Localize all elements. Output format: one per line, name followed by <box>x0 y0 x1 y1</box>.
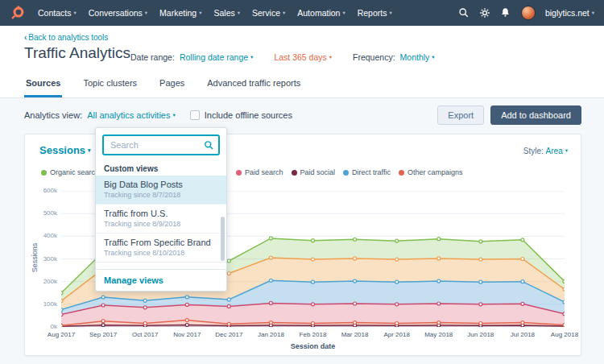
x-axis-title: Session date <box>61 342 565 350</box>
nav-item-reports[interactable]: Reports▾ <box>358 8 392 18</box>
x-axis-tick: Aug 2018 <box>544 331 585 338</box>
page-title: Traffic Analytics <box>24 44 130 62</box>
date-range-label: Date range: <box>130 52 175 62</box>
x-axis: Aug 2017Sep 2017Oct 2017Nov 2017Dec 2017… <box>25 331 582 341</box>
chevron-down-icon: ▾ <box>172 112 175 118</box>
chevron-down-icon: ▾ <box>88 147 91 153</box>
legend-item-paid-search[interactable]: Paid search <box>236 168 283 176</box>
custom-view-title: Traffic From Specific Brand <box>104 238 218 247</box>
back-link[interactable]: ‹Back to analytics tools <box>24 33 108 42</box>
frequency-dropdown[interactable]: Monthly▾ <box>400 52 435 62</box>
frequency-label: Frequency: <box>353 52 395 62</box>
chevron-down-icon: ▾ <box>199 10 201 15</box>
x-axis-tick: Oct 2017 <box>125 331 165 338</box>
custom-view-title: Big Data Blog Posts <box>104 180 218 189</box>
custom-view-title: Traffic from U.S. <box>104 209 218 218</box>
y-axis-title: Sessions <box>31 234 39 282</box>
legend-item-paid-social[interactable]: Paid social <box>292 168 336 176</box>
x-axis-tick: Sep 2017 <box>83 331 123 338</box>
y-axis-tick: 500k <box>43 209 57 217</box>
notifications-bell-icon[interactable] <box>500 7 511 19</box>
analytics-view-label: Analytics view: <box>24 110 82 120</box>
export-button[interactable]: Export <box>437 105 484 125</box>
x-axis-tick: May 2018 <box>419 331 459 338</box>
legend-label: Organic search <box>50 168 99 176</box>
legend-label: Direct traffic <box>352 168 391 176</box>
custom-view-item-big-data-blog-posts[interactable]: Big Data Blog PostsTracking since 8/7/20… <box>96 176 226 205</box>
manage-views-link[interactable]: Manage views <box>96 269 226 291</box>
custom-view-subtitle: Tracking since 8/10/2018 <box>104 249 218 257</box>
y-axis-tick: 400k <box>43 232 57 239</box>
style-label: Style: <box>523 147 544 155</box>
avatar[interactable] <box>521 6 536 20</box>
date-range-period-value: Last 365 days <box>274 52 326 62</box>
toolbar-actions: Export Add to dashboard <box>437 105 581 125</box>
chevron-down-icon: ▾ <box>342 10 345 15</box>
app-root: Contacts▾Conversations▾Marketing▾Sales▾S… <box>0 0 604 364</box>
date-range-type-value: Rolling date range <box>180 52 248 62</box>
chart-style-value: Area <box>546 147 563 155</box>
legend-label: Paid social <box>300 168 336 176</box>
search-icon[interactable] <box>458 7 470 19</box>
tab-sources[interactable]: Sources <box>24 78 62 97</box>
chevron-down-icon: ▾ <box>238 10 240 15</box>
tab-advanced-traffic-reports[interactable]: Advanced traffic reports <box>205 78 302 97</box>
nav-item-service[interactable]: Service▾ <box>252 8 285 18</box>
tab-pages[interactable]: Pages <box>158 78 186 97</box>
y-axis-tick: 600k <box>43 187 57 194</box>
chevron-down-icon: ▾ <box>145 10 147 15</box>
analytics-toolbar: Analytics view: All analytics activities… <box>24 105 581 125</box>
account-name: biglytics.net <box>545 8 590 18</box>
x-axis-tick: Feb 2018 <box>293 331 333 338</box>
legend-item-other-campaigns[interactable]: Other campaigns <box>399 168 463 176</box>
analytics-view-dropdown[interactable]: All analytics activities▾ <box>87 110 176 120</box>
chevron-down-icon: ▾ <box>329 54 332 60</box>
settings-gear-icon[interactable] <box>479 7 490 19</box>
nav-item-conversations[interactable]: Conversations▾ <box>89 8 147 18</box>
legend-dot <box>343 170 349 176</box>
page-header: ‹Back to analytics tools Traffic Analyti… <box>0 26 604 98</box>
tab-topic-clusters[interactable]: Topic clusters <box>81 78 139 97</box>
nav-item-sales[interactable]: Sales▾ <box>213 8 240 18</box>
chevron-down-icon: ▾ <box>73 10 76 15</box>
search-icon <box>204 139 214 150</box>
account-menu[interactable]: biglytics.net▾ <box>545 8 594 18</box>
legend-dot <box>399 170 404 176</box>
x-axis-tick: Jan 2018 <box>250 331 291 338</box>
x-axis-tick: Mar 2018 <box>335 331 375 338</box>
chart-style-dropdown[interactable]: Area▾ <box>546 147 568 155</box>
custom-view-subtitle: Tracking since 8/9/2018 <box>104 220 218 228</box>
custom-views-list: Big Data Blog PostsTracking since 8/7/20… <box>96 176 226 267</box>
header-controls: Date range: Rolling date range▾ Last 365… <box>130 52 435 62</box>
back-link-label: Back to analytics tools <box>28 33 108 42</box>
custom-view-subtitle: Tracking since 8/7/2018 <box>104 191 218 199</box>
x-axis-tick: Apr 2018 <box>377 331 417 338</box>
date-range-period-dropdown[interactable]: Last 365 days▾ <box>274 52 332 62</box>
legend-item-direct-traffic[interactable]: Direct traffic <box>343 168 391 176</box>
custom-view-item-traffic-from-u-s[interactable]: Traffic from U.S.Tracking since 8/9/2018 <box>96 205 226 234</box>
topnav-right-cluster: biglytics.net▾ <box>458 6 594 20</box>
custom-view-item-traffic-from-specific-brand[interactable]: Traffic From Specific BrandTracking sinc… <box>96 234 226 263</box>
chevron-down-icon: ▾ <box>389 10 391 15</box>
x-axis-tick: Nov 2017 <box>167 331 207 338</box>
y-axis-tick: 300k <box>43 255 57 263</box>
date-range-type-dropdown[interactable]: Rolling date range▾ <box>180 52 254 62</box>
topnav-menu: Contacts▾Conversations▾Marketing▾Sales▾S… <box>38 8 404 18</box>
x-axis-tick: Dec 2017 <box>209 331 249 338</box>
x-axis-tick: Jul 2018 <box>503 331 543 338</box>
chevron-down-icon: ▾ <box>250 54 253 60</box>
include-offline-sources-checkbox[interactable] <box>190 110 200 120</box>
tab-bar: SourcesTopic clustersPagesAdvanced traff… <box>24 78 302 97</box>
chart-style-control: Style: Area▾ <box>523 147 568 155</box>
hubspot-logo-icon[interactable] <box>10 6 25 21</box>
dropdown-scrollbar[interactable] <box>221 217 225 261</box>
dropdown-search-input[interactable] <box>102 134 220 155</box>
nav-item-automation[interactable]: Automation▾ <box>297 8 345 18</box>
chevron-down-icon: ▾ <box>565 147 568 153</box>
legend-label: Paid search <box>245 168 283 176</box>
chevron-down-icon: ▾ <box>592 10 594 15</box>
nav-item-contacts[interactable]: Contacts▾ <box>38 8 77 18</box>
x-axis-tick: Aug 2017 <box>41 331 81 338</box>
nav-item-marketing[interactable]: Marketing▾ <box>159 8 201 18</box>
add-to-dashboard-button[interactable]: Add to dashboard <box>490 105 581 125</box>
